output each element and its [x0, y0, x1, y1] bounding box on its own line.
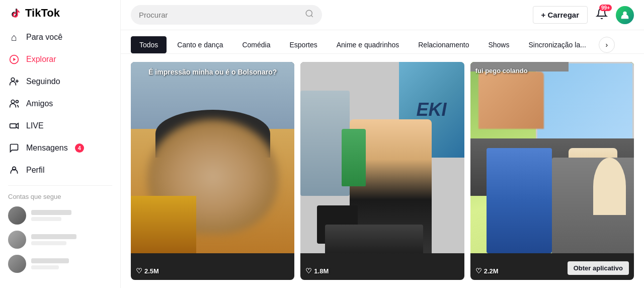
- video-likes-2: ♡ 1.8M: [305, 267, 329, 275]
- avatar-2: [8, 231, 26, 249]
- home-icon: ⌂: [8, 31, 20, 43]
- notification-badge: 99+: [599, 5, 612, 11]
- tab-comedy[interactable]: Comédia: [233, 36, 279, 53]
- messages-icon: [8, 142, 20, 154]
- suggested-user-2[interactable]: [0, 228, 120, 252]
- tiktok-logo[interactable]: TikTok: [8, 6, 60, 20]
- svg-marker-6: [16, 123, 18, 128]
- profile-icon: [8, 164, 20, 176]
- user-handle-3: [31, 265, 59, 269]
- tab-sync[interactable]: Sincronização la...: [520, 36, 594, 53]
- video-likes-1: ♡ 2.5M: [136, 267, 159, 275]
- messages-badge: 4: [75, 143, 84, 153]
- profile-avatar-button[interactable]: [616, 6, 634, 24]
- video-thumbnail-1: [131, 62, 294, 253]
- sidebar-label-live: LIVE: [26, 121, 44, 130]
- app-name: TikTok: [25, 7, 60, 20]
- tab-sports[interactable]: Esportes: [281, 36, 326, 53]
- likes-count-2: 1.8M: [314, 267, 329, 275]
- svg-rect-5: [10, 124, 17, 128]
- video-grid: É impressão minha ou é o Bolsonaro? ♡ 2.…: [121, 54, 644, 288]
- video-thumbnail-3: [470, 62, 634, 253]
- tab-shows[interactable]: Shows: [479, 36, 518, 53]
- svg-point-3: [11, 100, 15, 104]
- user-handle-1: [31, 217, 61, 221]
- svg-marker-1: [13, 58, 16, 61]
- svg-point-4: [16, 100, 18, 103]
- likes-count-1: 2.5M: [144, 267, 159, 275]
- user-name-3: [31, 258, 69, 263]
- video-card-3[interactable]: fui pego colando ♡ 2.2M Obter aplicativo: [470, 62, 634, 280]
- tab-anime[interactable]: Anime e quadrinhos: [328, 36, 408, 53]
- get-app-button[interactable]: Obter aplicativo: [568, 261, 629, 275]
- category-tabs: Todos Canto e dança Comédia Esportes Ani…: [121, 30, 644, 54]
- sidebar: TikTok ⌂ Para você Explorar Seguindo Ami…: [0, 0, 121, 288]
- avatar-1: [8, 206, 26, 225]
- sidebar-header: TikTok: [0, 0, 120, 26]
- suggested-user-3[interactable]: [0, 252, 120, 276]
- sidebar-label-messages: Mensagens: [26, 143, 68, 153]
- suggested-user-1[interactable]: [0, 203, 120, 228]
- video-likes-3: ♡ 2.2M: [475, 267, 499, 275]
- video-card-1[interactable]: É impressão minha ou é o Bolsonaro? ♡ 2.…: [131, 62, 294, 280]
- user-handle-2: [31, 241, 66, 245]
- heart-icon-2: ♡: [305, 267, 312, 275]
- tabs-scroll-right-button[interactable]: ›: [599, 37, 615, 53]
- explore-icon: [8, 53, 20, 65]
- sidebar-label-explore: Explorar: [26, 55, 56, 64]
- svg-point-8: [306, 10, 312, 16]
- sidebar-divider: [8, 185, 112, 186]
- following-icon: [8, 76, 20, 88]
- sidebar-item-following[interactable]: Seguindo: [0, 70, 120, 93]
- search-container[interactable]: [131, 5, 322, 25]
- likes-count-3: 2.2M: [484, 267, 499, 275]
- live-icon: [8, 120, 20, 132]
- sidebar-label-friends: Amigos: [26, 99, 53, 108]
- video-caption-1: É impressão minha ou é o Bolsonaro?: [148, 68, 277, 76]
- notification-button[interactable]: 99+: [596, 8, 608, 23]
- sidebar-item-profile[interactable]: Perfil: [0, 159, 120, 181]
- heart-icon-1: ♡: [136, 267, 142, 275]
- tab-all[interactable]: Todos: [131, 36, 167, 53]
- avatar-3: [8, 255, 26, 273]
- svg-point-2: [11, 78, 15, 82]
- main-content: + Carregar 99+ Todos Canto e dança Coméd…: [121, 0, 644, 288]
- sidebar-item-live[interactable]: LIVE: [0, 115, 120, 137]
- tab-dance[interactable]: Canto e dança: [169, 36, 231, 53]
- ikea-logo-text: EKI: [417, 99, 447, 120]
- sidebar-label-following: Seguindo: [26, 77, 60, 86]
- sidebar-item-explore[interactable]: Explorar: [0, 48, 120, 70]
- sidebar-item-messages[interactable]: Mensagens 4: [0, 137, 120, 159]
- search-icon: [305, 9, 314, 21]
- video-thumbnail-2: EKI: [300, 62, 464, 253]
- heart-icon-3: ♡: [475, 267, 482, 275]
- tab-relationship[interactable]: Relacionamento: [410, 36, 477, 53]
- friends-icon: [8, 98, 20, 110]
- video-caption-3: fui pego colando: [475, 67, 528, 75]
- user-name-1: [31, 210, 71, 215]
- sidebar-item-friends[interactable]: Amigos: [0, 93, 120, 115]
- sidebar-nav: ⌂ Para você Explorar Seguindo Amigos L: [0, 26, 120, 181]
- topbar-right: + Carregar 99+: [533, 6, 634, 24]
- sidebar-item-for-you[interactable]: ⌂ Para você: [0, 26, 120, 48]
- suggested-accounts-label: Contas que segue: [0, 190, 120, 203]
- search-input[interactable]: [139, 11, 301, 19]
- upload-button[interactable]: + Carregar: [533, 6, 588, 24]
- user-name-2: [31, 234, 76, 239]
- video-card-2[interactable]: EKI ♡ 1.8M: [300, 62, 464, 280]
- sidebar-label-profile: Perfil: [26, 166, 44, 175]
- sidebar-label-for-you: Para você: [26, 33, 62, 42]
- topbar: + Carregar 99+: [121, 0, 644, 30]
